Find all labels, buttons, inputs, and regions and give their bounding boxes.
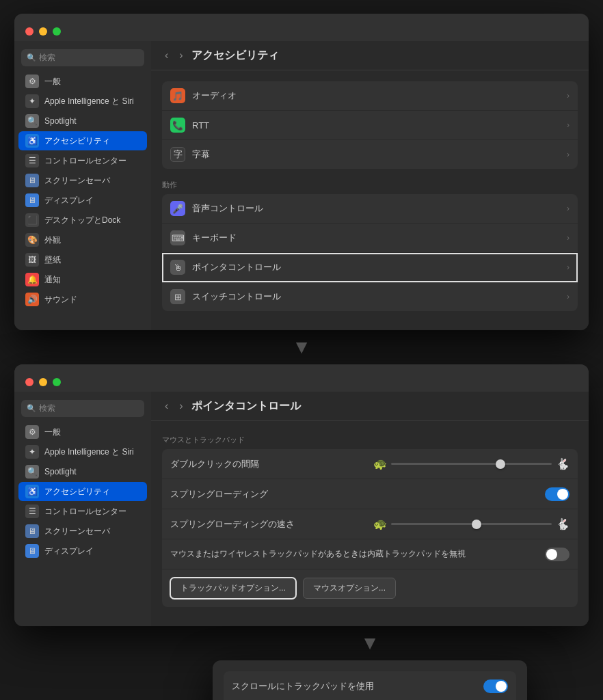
- sidebar-item-spotlight[interactable]: 🔍 Spotlight: [18, 111, 147, 131]
- apple-intelligence-icon-2: ✦: [25, 445, 39, 459]
- sidebar-item-wallpaper[interactable]: 🖼 壁紙: [18, 250, 147, 269]
- sidebar-item-display-2[interactable]: 🖥 ディスプレイ: [18, 541, 147, 561]
- sidebar-item-control-center[interactable]: ☰ コントロールセンター: [18, 151, 147, 170]
- display-icon: 🖥: [25, 193, 39, 207]
- back-button[interactable]: ‹: [162, 48, 171, 63]
- accessibility-icon-2: ♿: [25, 485, 39, 498]
- spring-loading-label: スプリングローディング: [170, 488, 538, 500]
- screensaver-icon-2: 🖥: [25, 524, 39, 538]
- rtt-row[interactable]: 📞 RTT ›: [162, 111, 578, 140]
- sidebar-item-label: デスクトップとDock: [44, 215, 120, 226]
- slider-thumb[interactable]: [496, 459, 505, 469]
- sidebar-item-label: 一般: [44, 76, 61, 88]
- search-bar-2[interactable]: 🔍 検索: [21, 400, 144, 417]
- search-bar-1[interactable]: 🔍 検索: [21, 49, 144, 66]
- accessibility-icon: ♿: [25, 134, 39, 148]
- slider-thumb-2[interactable]: [472, 520, 481, 529]
- search-placeholder: 検索: [39, 52, 55, 64]
- sidebar-item-screensaver-2[interactable]: 🖥 スクリーンセーバ: [18, 522, 147, 541]
- double-click-slider[interactable]: 🐢 🐇: [373, 457, 570, 470]
- sidebar-item-general-2[interactable]: ⚙ 一般: [18, 422, 147, 442]
- spotlight-icon-2: 🔍: [25, 465, 39, 479]
- sidebar-item-apple-intelligence-2[interactable]: ✦ Apple Intelligence と Siri: [18, 442, 147, 461]
- general-icon-2: ⚙: [25, 425, 39, 439]
- voice-control-label: 音声コントロール: [192, 202, 560, 215]
- sidebar-item-desktop-dock[interactable]: ⬛ デスクトップとDock: [18, 211, 147, 230]
- panel3-content: スクロールにトラックパッドを使用 慣性スクロールを使用 スクロールの速さ 🐢 🐇: [213, 660, 527, 700]
- scroll-trackpad-toggle[interactable]: [483, 679, 508, 693]
- sidebar-item-display[interactable]: 🖥 ディスプレイ: [18, 191, 147, 210]
- maximize-button-2[interactable]: [53, 378, 61, 386]
- minimize-button[interactable]: [39, 27, 47, 36]
- mouse-options-button[interactable]: マウスオプション...: [303, 578, 396, 599]
- sidebar-2: 🔍 検索 ⚙ 一般 ✦ Apple Intelligence と Siri 🔍 …: [14, 392, 151, 626]
- trackpad-button-row: トラックパッドオプション... マウスオプション...: [162, 569, 578, 607]
- sidebar-item-control-center-2[interactable]: ☰ コントロールセンター: [18, 502, 147, 521]
- sidebar-item-screensaver[interactable]: 🖥 スクリーンセーバ: [18, 171, 147, 190]
- back-button-2[interactable]: ‹: [162, 399, 171, 414]
- control-center-icon-2: ☰: [25, 504, 39, 518]
- general-icon: ⚙: [25, 75, 39, 88]
- caption-row[interactable]: 字 字幕 ›: [162, 140, 578, 169]
- spring-loading-toggle[interactable]: [545, 487, 570, 501]
- sidebar-item-label: サウンド: [44, 294, 77, 306]
- sidebar-item-label: アクセシビリティ: [44, 486, 110, 498]
- sidebar-item-sound[interactable]: 🔊 サウンド: [18, 290, 147, 309]
- panel1-title: アクセシビリティ: [191, 49, 279, 63]
- sidebar-item-label: コントロールセンター: [44, 155, 126, 167]
- switch-control-chevron: ›: [567, 292, 570, 301]
- sidebar-item-label: Apple Intelligence と Siri: [44, 96, 134, 107]
- media-section: 🎵 オーディオ › 📞 RTT › 字 字幕 ›: [162, 81, 578, 169]
- rtt-icon: 📞: [170, 118, 185, 133]
- slider-fast-icon-2: 🐇: [556, 517, 570, 530]
- audio-label: オーディオ: [192, 90, 560, 102]
- keyboard-icon: ⌨: [170, 230, 185, 245]
- voice-control-row[interactable]: 🎤 音声コントロール ›: [162, 194, 578, 224]
- scroll-settings-group: スクロールにトラックパッドを使用 慣性スクロールを使用 スクロールの速さ 🐢 🐇: [224, 671, 516, 700]
- keyboard-row[interactable]: ⌨ キーボード ›: [162, 224, 578, 253]
- audio-row[interactable]: 🎵 オーディオ ›: [162, 81, 578, 111]
- titlebar-2: [14, 364, 589, 392]
- spotlight-icon: 🔍: [25, 114, 39, 128]
- voice-control-icon: 🎤: [170, 201, 185, 216]
- slider-fast-icon: 🐇: [556, 457, 570, 470]
- minimize-button-2[interactable]: [39, 378, 47, 386]
- sidebar-item-label: スクリーンセーバ: [44, 526, 110, 537]
- pointer-control-label: ポインタコントロール: [192, 261, 560, 273]
- switch-control-row[interactable]: ⊞ スイッチコントロール ›: [162, 282, 578, 311]
- spring-speed-label: スプリングローディングの速さ: [170, 518, 366, 530]
- sound-icon: 🔊: [25, 293, 39, 306]
- switch-control-label: スイッチコントロール: [192, 291, 560, 303]
- pointer-control-row[interactable]: 🖱 ポインタコントロール ›: [162, 253, 578, 282]
- spring-speed-slider[interactable]: 🐢 🐇: [373, 517, 570, 530]
- sidebar-item-appearance[interactable]: 🎨 外観: [18, 230, 147, 250]
- forward-button[interactable]: ›: [176, 48, 185, 63]
- sidebar-item-label: ディスプレイ: [44, 195, 94, 206]
- close-button-2[interactable]: [25, 378, 34, 386]
- panel2-main: ‹ › ポインタコントロール マウスとトラックパッド ダブルクリックの間隔 🐢: [151, 392, 589, 626]
- sidebar-item-spotlight-2[interactable]: 🔍 Spotlight: [18, 462, 147, 481]
- trackpad-options-button[interactable]: トラックパッドオプション...: [170, 578, 296, 599]
- sidebar-item-apple-intelligence[interactable]: ✦ Apple Intelligence と Siri: [18, 92, 147, 111]
- slider-track[interactable]: [391, 463, 552, 465]
- sidebar-1: 🔍 検索 ⚙ 一般 ✦ Apple Intelligence と Siri 🔍 …: [14, 41, 151, 330]
- sidebar-item-label: 一般: [44, 427, 61, 438]
- maximize-button[interactable]: [53, 27, 61, 36]
- sidebar-item-accessibility-2[interactable]: ♿ アクセシビリティ: [18, 482, 147, 501]
- mouse-trackpad-label: マウスとトラックパッド: [162, 432, 578, 449]
- voice-control-chevron: ›: [567, 204, 570, 213]
- ignore-trackpad-toggle[interactable]: [545, 548, 570, 561]
- slider-track-2[interactable]: [391, 523, 552, 525]
- arrow-down-icon-2: ▼: [360, 632, 379, 654]
- sidebar-item-accessibility[interactable]: ♿ アクセシビリティ: [18, 131, 147, 150]
- close-button[interactable]: [25, 27, 34, 36]
- sidebar-item-notifications[interactable]: 🔔 通知: [18, 270, 147, 289]
- spring-loading-row: スプリングローディング: [162, 479, 578, 509]
- sidebar-item-general[interactable]: ⚙ 一般: [18, 72, 147, 91]
- sidebar-item-label: ディスプレイ: [44, 546, 94, 557]
- rtt-chevron: ›: [567, 120, 570, 130]
- arrow-1: ▼: [14, 330, 589, 364]
- panel1-content: 🔍 検索 ⚙ 一般 ✦ Apple Intelligence と Siri 🔍 …: [14, 41, 589, 330]
- forward-button-2[interactable]: ›: [176, 399, 185, 414]
- panel1-settings-list: 🎵 オーディオ › 📞 RTT › 字 字幕 ›: [151, 70, 589, 330]
